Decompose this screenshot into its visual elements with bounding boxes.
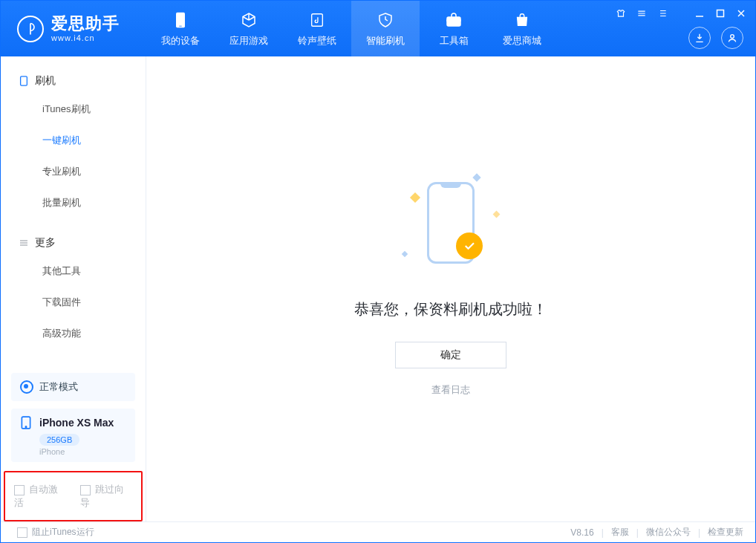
device-icon (171, 10, 190, 30)
menu-icon[interactable] (635, 7, 648, 20)
nav-label: 智能刷机 (366, 34, 405, 48)
view-log-link[interactable]: 查看日志 (431, 383, 470, 397)
nav-my-device[interactable]: 我的设备 (146, 1, 215, 56)
user-button[interactable] (721, 27, 743, 49)
phone-icon (20, 416, 33, 429)
nav-label: 我的设备 (161, 34, 200, 48)
options-highlighted: 自动激活 跳过向导 (4, 471, 143, 521)
footer-wechat-link[interactable]: 微信公众号 (646, 526, 691, 539)
app-logo: 爱思助手 www.i4.cn (1, 15, 146, 42)
ok-button[interactable]: 确定 (395, 342, 506, 368)
sidebar-item-pro-flash[interactable]: 专业刷机 (1, 156, 146, 187)
nav-label: 工具箱 (440, 34, 469, 48)
phone-icon (19, 76, 29, 86)
nav-label: 应用游戏 (229, 34, 268, 48)
bag-icon (512, 10, 532, 30)
checkbox-block-itunes[interactable]: 阻止iTunes运行 (17, 526, 94, 539)
svg-point-9 (25, 426, 26, 427)
sidebar-item-advanced[interactable]: 高级功能 (1, 318, 146, 349)
app-name: 爱思助手 (51, 15, 120, 33)
device-card[interactable]: iPhone XS Max 256GB iPhone (11, 409, 135, 462)
list-icon[interactable] (656, 7, 669, 20)
main-content: 恭喜您，保资料刷机成功啦！ 确定 查看日志 (146, 56, 755, 521)
svg-rect-0 (176, 12, 185, 27)
sidebar-item-other-tools[interactable]: 其他工具 (1, 256, 146, 287)
device-type: iPhone (39, 447, 126, 456)
top-nav: 我的设备 应用游戏 铃声壁纸 智能刷机 工具箱 爱思商城 (146, 1, 556, 56)
svg-rect-3 (447, 17, 460, 26)
nav-label: 爱思商城 (503, 34, 541, 48)
sidebar-category-more: 更多 (1, 230, 146, 256)
status-icon (20, 380, 33, 394)
nav-store[interactable]: 爱思商城 (488, 1, 556, 56)
sidebar-item-itunes-flash[interactable]: iTunes刷机 (1, 94, 146, 125)
sidebar-item-download-firmware[interactable]: 下载固件 (1, 287, 146, 318)
success-headline: 恭喜您，保资料刷机成功啦！ (354, 299, 547, 319)
cube-icon (239, 10, 258, 30)
shield-icon (376, 10, 395, 30)
svg-rect-4 (447, 20, 460, 21)
maximize-button[interactable] (714, 7, 727, 20)
nav-ringtone-wallpaper[interactable]: 铃声壁纸 (283, 1, 351, 56)
sidebar-item-batch-flash[interactable]: 批量刷机 (1, 187, 146, 218)
download-button[interactable] (688, 27, 711, 49)
status-card[interactable]: 正常模式 (11, 373, 135, 401)
music-icon (307, 10, 327, 30)
device-name: iPhone XS Max (39, 417, 114, 429)
window-controls (614, 7, 748, 20)
sidebar: 刷机 iTunes刷机 一键刷机 专业刷机 批量刷机 更多 其他工具 下载固件 … (1, 56, 146, 521)
toolbox-icon (444, 10, 463, 30)
nav-toolbox[interactable]: 工具箱 (420, 1, 488, 56)
list-icon (19, 238, 29, 248)
status-label: 正常模式 (39, 380, 78, 394)
sidebar-category-flash: 刷机 (1, 68, 146, 94)
nav-label: 铃声壁纸 (298, 34, 336, 48)
footer-update-link[interactable]: 检查更新 (708, 526, 743, 539)
checkbox-skip-guide[interactable]: 跳过向导 (80, 483, 133, 510)
tshirt-icon[interactable] (614, 7, 628, 20)
svg-rect-2 (312, 13, 323, 26)
nav-smart-flash[interactable]: 智能刷机 (351, 1, 420, 56)
nav-apps-games[interactable]: 应用游戏 (215, 1, 283, 56)
svg-rect-1 (179, 25, 181, 26)
svg-rect-5 (717, 10, 724, 17)
header: 爱思助手 www.i4.cn 我的设备 应用游戏 铃声壁纸 智能刷机 (1, 1, 755, 56)
category-label: 更多 (35, 236, 56, 250)
footer: 阻止iTunes运行 V8.16 | 客服 | 微信公众号 | 检查更新 (1, 521, 755, 542)
checkbox-auto-activate[interactable]: 自动激活 (14, 483, 67, 510)
storage-badge: 256GB (39, 434, 79, 446)
success-illustration (395, 167, 506, 279)
header-circle-buttons (688, 27, 743, 49)
checkmark-icon (456, 233, 483, 259)
logo-icon (17, 16, 44, 42)
svg-rect-7 (21, 77, 27, 85)
minimize-button[interactable] (693, 7, 706, 20)
app-url: www.i4.cn (51, 33, 120, 42)
svg-point-6 (731, 35, 734, 39)
footer-support-link[interactable]: 客服 (611, 526, 629, 539)
category-label: 刷机 (35, 74, 56, 88)
version-label: V8.16 (570, 527, 593, 538)
close-button[interactable] (734, 7, 748, 20)
sidebar-item-oneclick-flash[interactable]: 一键刷机 (1, 125, 146, 156)
